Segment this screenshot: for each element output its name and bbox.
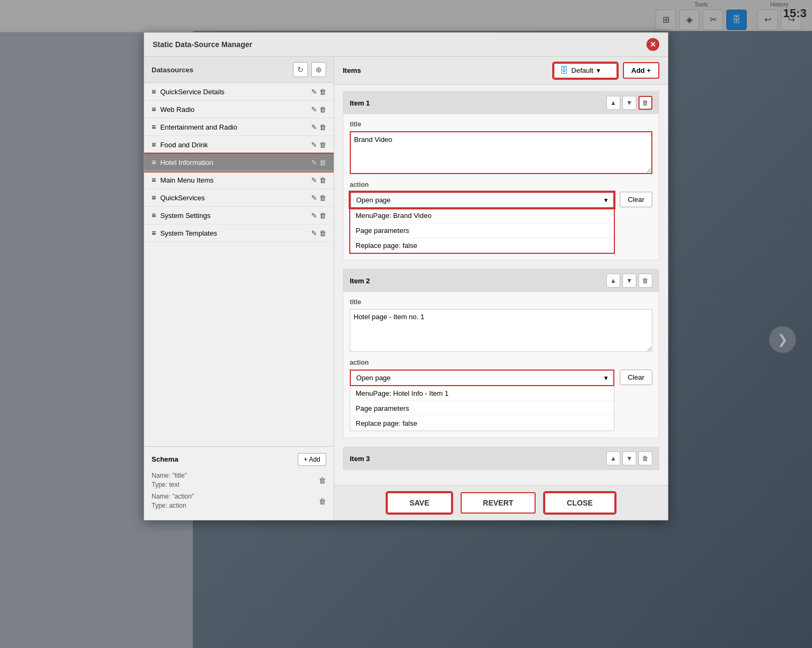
item-1-title-input[interactable]: Brand Video	[350, 131, 652, 174]
sidebar-item-food-and-drink[interactable]: ≡ Food and Drink ✎ 🗑	[144, 136, 334, 154]
sidebar-item-entertainment[interactable]: ≡ Entertainment and Radio ✎ 🗑	[144, 118, 334, 136]
sidebar-item-system-settings[interactable]: ≡ System Settings ✎ 🗑	[144, 207, 334, 224]
delete-icon-6[interactable]: 🗑	[319, 194, 326, 202]
dropdown-chevron-icon: ▾	[597, 66, 600, 74]
delete-icon-7[interactable]: 🗑	[319, 212, 326, 220]
item-2-replace: Replace page: false	[350, 416, 614, 431]
action-dropdown-chevron-icon-2: ▾	[604, 374, 608, 382]
datasource-icon-7: ≡	[152, 211, 156, 220]
datasource-icon-1: ≡	[152, 105, 156, 114]
modal-body: Datasources ↻ ⊕ ≡ QuickService Details ✎…	[144, 57, 668, 520]
item-card-2: Item 2 ▲ ▼ 🗑 title Hotel page - Item no.…	[343, 269, 659, 438]
sidebar-refresh-icon[interactable]: ↻	[293, 62, 308, 77]
item-2-title-label: title	[350, 298, 652, 306]
item-1-action-label: action	[350, 181, 652, 189]
sidebar-item-label-0: QuickService Details	[160, 88, 311, 96]
item-1-action-dropdown[interactable]: Open page ▾	[350, 192, 614, 208]
sidebar-item-quickservices[interactable]: ≡ QuickServices ✎ 🗑	[144, 189, 334, 207]
modal-close-button[interactable]: ✕	[646, 38, 659, 51]
item-card-body-1: title Brand Video action Open page ▾	[343, 114, 659, 260]
sidebar-title: Datasources	[152, 66, 193, 74]
item-card-header-1: Item 1 ▲ ▼ 🗑	[343, 92, 659, 114]
item-3-up-button[interactable]: ▲	[606, 451, 620, 465]
item-2-delete-button[interactable]: 🗑	[638, 274, 652, 288]
item-2-action-container: Open page ▾ MenuPage: Hotel Info - Item …	[350, 370, 614, 431]
schema-type-0: Type: text	[152, 480, 187, 489]
datasource-icon-8: ≡	[152, 229, 156, 237]
add-item-button[interactable]: Add +	[623, 62, 659, 79]
datasource-icon-4: ≡	[152, 158, 156, 167]
item-card-header-3: Item 3 ▲ ▼ 🗑	[343, 447, 659, 470]
sidebar-item-quickservice-details[interactable]: ≡ QuickService Details ✎ 🗑	[144, 83, 334, 101]
schema-add-button[interactable]: + Add	[298, 453, 326, 466]
item-2-action-row: Open page ▾ MenuPage: Hotel Info - Item …	[350, 370, 652, 431]
item-1-page-params: Page parameters	[350, 223, 614, 238]
close-button[interactable]: CLOSE	[544, 492, 615, 514]
sidebar-item-hotel-information[interactable]: ≡ Hotel Information ✎ 🗑	[144, 154, 334, 171]
edit-icon-1[interactable]: ✎	[311, 106, 317, 114]
sidebar-item-main-menu[interactable]: ≡ Main Menu Items ✎ 🗑	[144, 171, 334, 189]
item-2-down-button[interactable]: ▼	[622, 274, 636, 288]
item-3-delete-button[interactable]: 🗑	[638, 451, 652, 465]
item-3-title: Item 3	[350, 455, 370, 463]
save-button[interactable]: SAVE	[387, 492, 452, 514]
schema-section: Schema + Add Name: "title" Type: text 🗑 …	[144, 446, 334, 520]
edit-icon-7[interactable]: ✎	[311, 212, 317, 220]
sidebar-item-system-templates[interactable]: ≡ System Templates ✎ 🗑	[144, 224, 334, 242]
delete-icon-5[interactable]: 🗑	[319, 176, 326, 184]
sidebar-item-label-7: System Settings	[160, 212, 311, 220]
edit-icon-8[interactable]: ✎	[311, 229, 317, 237]
modal-title: Static Data-Source Manager	[153, 40, 252, 49]
item-1-menu-page: MenuPage: Brand Video	[350, 208, 614, 223]
edit-icon-6[interactable]: ✎	[311, 194, 317, 202]
delete-icon-1[interactable]: 🗑	[319, 106, 326, 114]
sidebar-item-label-2: Entertainment and Radio	[160, 123, 311, 131]
item-2-up-button[interactable]: ▲	[606, 274, 620, 288]
sidebar-item-label-3: Food and Drink	[160, 141, 311, 149]
item-2-clear-button[interactable]: Clear	[620, 370, 652, 385]
item-card-body-2: title Hotel page - Item no. 1 action Ope…	[343, 292, 659, 438]
edit-icon-2[interactable]: ✎	[311, 123, 317, 131]
schema-title: Schema	[152, 455, 178, 463]
item-3-down-button[interactable]: ▼	[622, 451, 636, 465]
schema-delete-icon-0[interactable]: 🗑	[319, 476, 326, 485]
edit-icon-0[interactable]: ✎	[311, 88, 317, 96]
datasource-icon-0: ≡	[152, 87, 156, 96]
modal-overlay: Static Data-Source Manager ✕ Datasources…	[0, 0, 812, 648]
default-dropdown[interactable]: 🗄 Default ▾	[553, 63, 618, 79]
sidebar-add-icon[interactable]: ⊕	[311, 62, 326, 77]
sidebar-item-label-8: System Templates	[160, 229, 311, 237]
item-1-action-type: Open page	[356, 196, 390, 204]
item-1-delete-button[interactable]: 🗑	[638, 96, 652, 110]
item-2-title: Item 2	[350, 277, 370, 285]
item-card-1: Item 1 ▲ ▼ 🗑 title Brand Video action	[343, 91, 659, 260]
item-2-action-label: action	[350, 359, 652, 366]
item-1-up-button[interactable]: ▲	[606, 96, 620, 110]
delete-icon-3[interactable]: 🗑	[319, 141, 326, 149]
edit-icon-5[interactable]: ✎	[311, 176, 317, 184]
item-2-action-dropdown[interactable]: Open page ▾	[350, 370, 614, 386]
sidebar-item-web-radio[interactable]: ≡ Web Radio ✎ 🗑	[144, 101, 334, 118]
edit-icon-4[interactable]: ✎	[311, 159, 317, 167]
schema-delete-icon-1[interactable]: 🗑	[319, 497, 326, 506]
sidebar-item-label-4: Hotel Information	[160, 159, 311, 167]
modal-footer: SAVE REVERT CLOSE	[334, 485, 668, 520]
items-content: Item 1 ▲ ▼ 🗑 title Brand Video action	[334, 85, 668, 485]
default-label: Default	[572, 66, 593, 74]
delete-icon-4[interactable]: 🗑	[319, 159, 326, 167]
item-1-action-container: Open page ▾ MenuPage: Brand Video Page p…	[350, 192, 614, 253]
item-2-page-params: Page parameters	[350, 401, 614, 416]
item-1-replace: Replace page: false	[350, 238, 614, 253]
revert-button[interactable]: REVERT	[461, 492, 536, 514]
delete-icon-0[interactable]: 🗑	[319, 88, 326, 96]
delete-icon-8[interactable]: 🗑	[319, 229, 326, 237]
delete-icon-2[interactable]: 🗑	[319, 123, 326, 131]
item-2-title-input[interactable]: Hotel page - Item no. 1	[350, 309, 652, 352]
item-1-clear-button[interactable]: Clear	[620, 192, 652, 207]
datasource-icon-2: ≡	[152, 123, 156, 131]
main-content: Items 🗄 Default ▾ Add +	[334, 57, 668, 520]
schema-name-0: Name: "title"	[152, 471, 187, 480]
edit-icon-3[interactable]: ✎	[311, 141, 317, 149]
item-1-down-button[interactable]: ▼	[622, 96, 636, 110]
main-toolbar: Items 🗄 Default ▾ Add +	[334, 57, 668, 85]
